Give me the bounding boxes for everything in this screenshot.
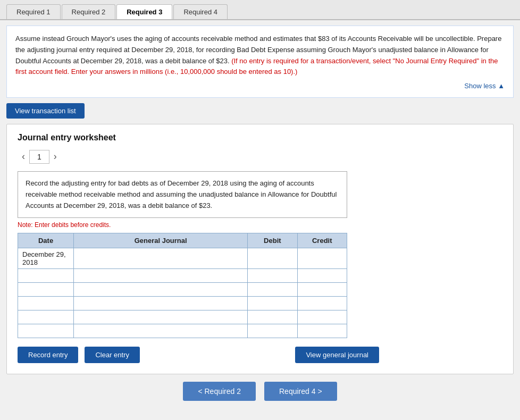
entry-description: Record the adjusting entry for bad debts… [18,171,347,218]
debit-cell-4 [248,297,297,310]
tabs-bar: Required 1 Required 2 Required 3 Require… [0,0,520,20]
worksheet-container: Journal entry worksheet ‹ 1 › Record the… [6,124,514,374]
gj-input-2[interactable] [74,269,247,282]
gj-cell-3 [74,283,248,297]
clear-entry-button[interactable]: Clear entry [85,347,140,363]
nav-prev-button[interactable]: < Required 2 [183,382,256,401]
table-row [18,324,347,338]
date-cell-3 [18,283,74,297]
debit-cell-2 [248,269,297,283]
journal-table: Date General Journal Debit Credit Decemb… [18,233,347,338]
col-header-date: Date [18,233,74,248]
show-less-link[interactable]: Show less ▲ [15,81,505,92]
gj-input-5[interactable] [74,310,247,324]
credit-cell-1 [297,248,347,269]
nav-next-button[interactable]: Required 4 > [264,382,337,401]
table-row: December 29,2018 [18,248,347,269]
col-header-debit: Debit [248,233,297,248]
gj-input-4[interactable] [74,297,247,310]
page-number: 1 [29,150,49,164]
debit-input-3[interactable] [248,283,297,296]
credit-cell-4 [297,297,347,310]
credit-input-1[interactable] [298,248,347,268]
info-box: Assume instead Grouch Mayor's uses the a… [6,26,514,98]
worksheet-title: Journal entry worksheet [18,133,502,142]
credit-input-2[interactable] [298,269,347,282]
credit-cell-6 [297,324,347,338]
date-cell-6 [18,324,74,338]
gj-cell-5 [74,310,248,324]
col-header-gj: General Journal [74,233,248,248]
tab-required4[interactable]: Required 4 [173,4,228,19]
prev-page-button[interactable]: ‹ [18,150,29,163]
credit-input-3[interactable] [298,283,347,296]
bottom-navigation: < Required 2 Required 4 > [0,382,520,401]
gj-input-1[interactable] [74,248,247,268]
view-general-journal-button[interactable]: View general journal [295,347,379,363]
next-page-button[interactable]: › [49,150,61,163]
credit-cell-3 [297,283,347,297]
gj-cell-2 [74,269,248,283]
record-entry-button[interactable]: Record entry [18,347,78,363]
debit-cell-1 [248,248,297,269]
credit-cell-5 [297,310,347,324]
date-cell-1: December 29,2018 [18,248,74,269]
debit-cell-6 [248,324,297,338]
gj-input-3[interactable] [74,283,247,296]
debit-input-4[interactable] [248,297,297,310]
debit-cell-5 [248,310,297,324]
page-wrapper: Required 1 Required 2 Required 3 Require… [0,0,520,401]
table-row [18,283,347,297]
debit-cell-3 [248,283,297,297]
debit-input-5[interactable] [248,310,297,324]
credit-input-6[interactable] [298,324,347,338]
col-header-credit: Credit [297,233,347,248]
tab-required2[interactable]: Required 2 [62,4,116,19]
debit-input-6[interactable] [248,324,297,338]
credit-input-5[interactable] [298,310,347,324]
entry-note: Note: Enter debits before credits. [18,221,502,229]
tab-required1[interactable]: Required 1 [6,4,61,19]
debit-input-2[interactable] [248,269,297,282]
tab-required3[interactable]: Required 3 [116,4,172,19]
debit-input-1[interactable] [248,248,297,268]
view-transaction-container: View transaction list [6,103,514,119]
gj-cell-6 [74,324,248,338]
table-row [18,269,347,283]
date-cell-2 [18,269,74,283]
gj-cell-4 [74,297,248,310]
date-cell-4 [18,297,74,310]
credit-cell-2 [297,269,347,283]
gj-input-6[interactable] [74,324,247,338]
table-row [18,310,347,324]
credit-input-4[interactable] [298,297,347,310]
page-nav: ‹ 1 › [18,150,502,164]
table-row [18,297,347,310]
action-buttons: Record entry Clear entry View general jo… [18,347,379,363]
view-transaction-button[interactable]: View transaction list [6,103,85,119]
date-cell-5 [18,310,74,324]
gj-cell-1 [74,248,248,269]
